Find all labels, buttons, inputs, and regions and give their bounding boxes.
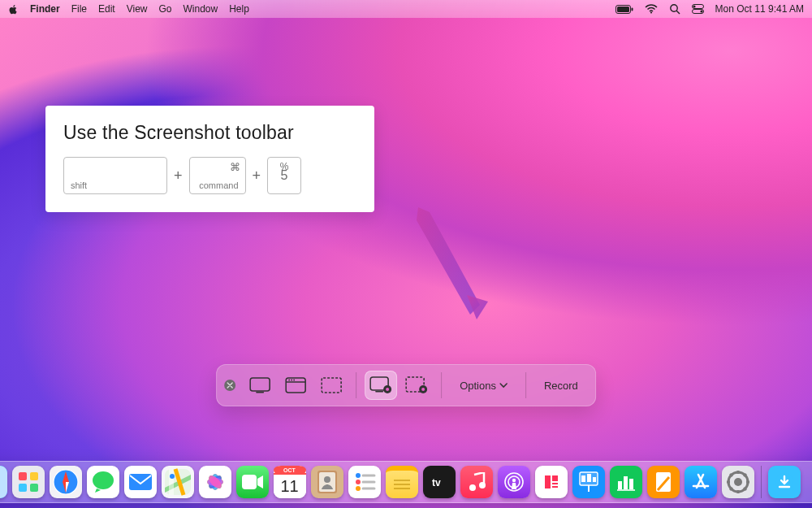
key-shift: shift: [63, 157, 167, 194]
dock-app-facetime[interactable]: [236, 466, 269, 498]
svg-point-71: [512, 479, 515, 482]
capture-entire-screen-button[interactable]: [244, 371, 276, 400]
options-label: Options: [460, 380, 496, 392]
dock-app-photos[interactable]: [199, 466, 231, 498]
svg-rect-31: [30, 472, 38, 480]
dock-app-safari[interactable]: [50, 466, 82, 498]
capture-selected-window-button[interactable]: [279, 371, 312, 400]
key-command-label: command: [199, 180, 238, 190]
svg-rect-73: [552, 483, 558, 484]
svg-rect-74: [552, 486, 558, 488]
svg-rect-32: [19, 484, 27, 492]
battery-icon[interactable]: [615, 5, 633, 14]
apple-menu-icon[interactable]: [8, 4, 19, 15]
menu-bar: Finder File Edit View Go Window Help Mon…: [0, 0, 812, 18]
svg-point-68: [479, 482, 486, 488]
dock-container: OCT11 tv: [0, 461, 812, 503]
svg-rect-12: [250, 378, 270, 391]
menu-edit[interactable]: Edit: [98, 3, 115, 15]
svg-line-93: [730, 474, 732, 476]
dock-app-podcasts[interactable]: [498, 466, 530, 498]
options-button[interactable]: Options: [450, 371, 517, 400]
key-command: ⌘ command: [189, 157, 246, 194]
dock-app-pages[interactable]: [647, 466, 680, 498]
plus-icon: +: [251, 167, 263, 185]
menu-help[interactable]: Help: [229, 3, 249, 15]
dock-app-news[interactable]: [535, 466, 568, 498]
dock-app-tv[interactable]: tv: [423, 466, 456, 498]
record-button[interactable]: Record: [534, 371, 588, 400]
svg-point-38: [93, 471, 114, 489]
dock-app-appstore[interactable]: [685, 466, 717, 498]
svg-rect-81: [618, 481, 622, 489]
svg-rect-80: [593, 477, 596, 482]
svg-point-26: [421, 388, 425, 391]
menu-clock[interactable]: Mon Oct 11 9:41 AM: [715, 3, 804, 15]
svg-line-5: [676, 11, 680, 14]
svg-line-94: [744, 488, 746, 490]
toolbar-separator: [525, 372, 526, 398]
svg-rect-53: [274, 473, 306, 475]
calendar-day: 11: [274, 477, 306, 496]
key-five-percent: %: [268, 161, 300, 172]
svg-point-9: [700, 10, 702, 12]
svg-point-58: [356, 480, 361, 484]
svg-rect-2: [631, 7, 633, 11]
record-entire-screen-button[interactable]: [365, 371, 397, 400]
instruction-card: Use the Screenshot toolbar shift + ⌘ com…: [45, 106, 374, 212]
svg-point-4: [670, 5, 676, 11]
dock-app-notes[interactable]: [386, 466, 418, 498]
menu-window[interactable]: Window: [184, 3, 218, 15]
svg-rect-50: [242, 475, 257, 489]
dock-app-keynote[interactable]: [572, 466, 605, 498]
dock-trash[interactable]: [806, 466, 813, 498]
dock-divider: [761, 466, 762, 498]
dock-downloads[interactable]: [768, 466, 801, 498]
dock-app-reminders[interactable]: [348, 466, 381, 498]
dock-app-messages[interactable]: [87, 466, 119, 498]
dock-app-music[interactable]: [460, 466, 493, 498]
svg-point-3: [650, 11, 652, 13]
menu-file[interactable]: File: [71, 3, 87, 15]
dock-app-calendar[interactable]: OCT11: [274, 466, 306, 498]
menu-go[interactable]: Go: [159, 3, 172, 15]
svg-rect-33: [30, 484, 38, 492]
record-label: Record: [544, 380, 578, 392]
toolbar-separator: [356, 372, 356, 398]
chevron-down-icon: [499, 382, 508, 389]
key-shift-label: shift: [71, 180, 87, 190]
wifi-icon[interactable]: [645, 4, 658, 14]
dock-app-mail[interactable]: [124, 466, 157, 498]
svg-rect-13: [256, 392, 264, 393]
shortcut-keys: shift + ⌘ command + % 5: [63, 157, 356, 194]
svg-rect-21: [375, 391, 383, 393]
dock-app-maps[interactable]: [162, 466, 194, 498]
toolbar-separator: [441, 372, 442, 398]
dock-app-settings[interactable]: [722, 466, 754, 498]
svg-point-88: [734, 478, 742, 486]
record-selected-portion-button[interactable]: [400, 371, 433, 400]
svg-point-17: [291, 380, 292, 381]
svg-point-56: [324, 476, 330, 483]
dock-app-contacts[interactable]: [311, 466, 343, 498]
spotlight-icon[interactable]: [669, 3, 680, 15]
command-symbol-icon: ⌘: [230, 161, 240, 173]
dock-app-launchpad[interactable]: [12, 466, 45, 498]
dock-app-numbers[interactable]: [610, 466, 642, 498]
svg-rect-78: [581, 475, 585, 482]
control-center-icon[interactable]: [692, 4, 704, 14]
menu-app-name[interactable]: Finder: [30, 3, 60, 15]
svg-point-41: [170, 474, 175, 479]
svg-point-7: [693, 5, 695, 7]
capture-selected-portion-button[interactable]: [315, 371, 348, 400]
svg-text:tv: tv: [432, 477, 441, 488]
menu-view[interactable]: View: [127, 3, 148, 15]
svg-point-67: [469, 484, 476, 491]
dock-app-finder[interactable]: [0, 466, 7, 498]
calendar-month: OCT: [274, 467, 306, 473]
svg-point-23: [386, 388, 389, 391]
svg-rect-39: [129, 474, 152, 490]
svg-rect-19: [322, 378, 341, 393]
close-button[interactable]: [224, 380, 235, 391]
svg-line-95: [730, 488, 732, 490]
